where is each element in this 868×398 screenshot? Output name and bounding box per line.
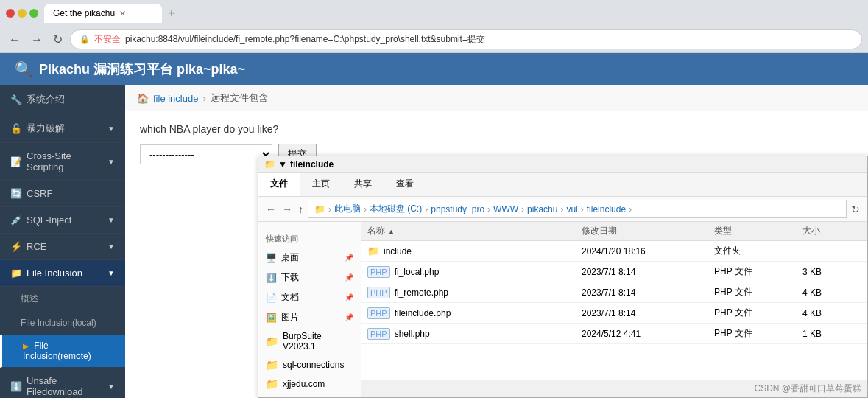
fe-sidebar-downloads[interactable]: ⬇️ 下载 📌 (258, 268, 361, 287)
new-tab-button[interactable]: + (165, 6, 179, 21)
active-arrow-icon: ▶ (23, 342, 29, 350)
table-row[interactable]: PHP shell.php 2024/5/12 4:41 PHP 文件 1 KB (361, 324, 867, 344)
fe-path-sep-1: › (364, 204, 367, 214)
tab-close-icon[interactable]: ✕ (119, 9, 126, 18)
maximize-window-icon[interactable] (29, 9, 38, 18)
fe-up-button[interactable]: ↑ (297, 202, 305, 217)
fe-path-phpstudy[interactable]: phpstudy_pro (431, 204, 484, 214)
folder-icon: 📁 (10, 268, 22, 279)
file-explorer: 📁 ▼ fileinclude 文件 主页 共享 查看 ← → (258, 156, 868, 398)
fe-sidebar-desktop[interactable]: 🖥️ 桌面 📌 (258, 248, 361, 268)
file-name-fi-remote: PHP fi_remote.php (367, 287, 582, 298)
address-text: pikachu:8848/vul/fileinclude/fi_remote.p… (125, 33, 485, 46)
table-row[interactable]: 📁 include 2024/1/20 18:16 文件夹 (361, 241, 867, 262)
sidebar-label-fi: File Inclusion (27, 268, 82, 279)
fe-back-button[interactable]: ← (264, 202, 278, 217)
table-row[interactable]: PHP fi_remote.php 2023/7/1 8:14 PHP 文件 4… (361, 282, 867, 303)
fe-address-bar: ← → ↑ 📁 › 此电脑 › 本地磁盘 (C:) › phpstudy_pro… (258, 197, 867, 222)
file-size-2: 4 KB (802, 287, 861, 298)
breadcrumb-link-fileinc[interactable]: file include (153, 93, 198, 104)
fe-sidebar-sql-connections[interactable]: 📁 sql-connections (258, 355, 361, 374)
address-bar[interactable]: 🔒 不安全 pikachu:8848/vul/fileinclude/fi_re… (70, 29, 862, 49)
table-row[interactable]: PHP fileinclude.php 2023/7/1 8:14 PHP 文件… (361, 303, 867, 324)
sidebar-item-unsafe-download[interactable]: ⬇️ Unsafe Filedownload ▼ (0, 368, 125, 398)
browser-chrome: Get the pikachu ✕ + ← → ↻ 🔒 不安全 pikachu:… (0, 0, 868, 53)
fe-path-fileinclude[interactable]: fileinclude (587, 204, 626, 214)
php-file-icon-2: PHP (367, 287, 390, 298)
reload-button[interactable]: ↻ (50, 31, 66, 48)
fe-path-sep-2: › (425, 204, 428, 214)
browser-tabs: Get the pikachu ✕ + (44, 4, 862, 23)
fe-path-local-disk[interactable]: 本地磁盘 (C:) (370, 203, 422, 215)
sidebar-item-file-inclusion[interactable]: 📁 File Inclusion ▼ (0, 260, 125, 287)
fe-tab-home[interactable]: 主页 (300, 173, 342, 196)
fe-title-arrow: ▼ (278, 159, 287, 170)
fe-path-sep-6: › (581, 204, 584, 214)
fe-path-pikachu[interactable]: pikachu (527, 204, 557, 214)
fe-tab-file[interactable]: 文件 (258, 173, 300, 196)
fe-refresh-button[interactable]: ↻ (850, 202, 861, 217)
app-header: 🔍 Pikachu 漏洞练习平台 pika~pika~ (0, 53, 868, 85)
php-file-icon-4: PHP (367, 328, 390, 340)
security-label: 不安全 (94, 33, 121, 46)
fe-sidebar-burpsuite[interactable]: 📁 BurpSuite V2023.1 (258, 327, 361, 355)
fe-path-vul[interactable]: vul (566, 204, 577, 214)
sidebar-subitem-overview[interactable]: 概述 (0, 287, 125, 312)
sidebar-item-sql[interactable]: 💉 SQL-Inject ▼ (0, 207, 125, 234)
sidebar-item-system-intro[interactable]: 🔧 系统介绍 (0, 85, 125, 114)
fe-sidebar-local-disk[interactable]: 💿 本地磁盘 (C:) (258, 394, 361, 397)
sidebar-subitem-overview-label: 概述 (21, 293, 38, 304)
fe-path-www[interactable]: WWW (493, 204, 518, 214)
fe-path-this-pc[interactable]: 此电脑 (334, 203, 361, 215)
fe-tab-share[interactable]: 共享 (342, 173, 384, 196)
close-window-icon[interactable] (6, 9, 15, 18)
file-name-fi-local: PHP fi_local.php (367, 266, 582, 278)
fe-title-icon: 📁 (264, 159, 275, 170)
active-tab[interactable]: Get the pikachu ✕ (44, 4, 162, 23)
folder-icon-sql: 📁 (266, 359, 278, 371)
sidebar-subitem-fi-local-label: File Inclusion(local) (21, 318, 96, 328)
pin-icon-doc: 📌 (345, 293, 353, 301)
player-select[interactable]: -------------- (140, 144, 272, 164)
app-body: 🔧 系统介绍 🔓 暴力破解 ▼ 📝 Cross-Site Scripting ▼ (0, 85, 868, 398)
file-size-4: 1 KB (802, 329, 861, 339)
forward-button[interactable]: → (28, 32, 46, 48)
fe-sidebar-documents[interactable]: 📄 文档 📌 (258, 287, 361, 307)
file-name-text-3: fileinclude.php (395, 308, 451, 318)
breadcrumb: 🏠 file include › 远程文件包含 (125, 85, 868, 111)
chevron-icon-sql: ▼ (107, 216, 115, 224)
back-button[interactable]: ← (6, 32, 24, 48)
sidebar-label-dl: Unsafe Filedownload (27, 375, 107, 397)
lock-icon: 🔓 (10, 123, 22, 134)
fe-tab-view[interactable]: 查看 (384, 173, 426, 196)
file-name-text-4: shell.php (395, 329, 430, 339)
download-icon: ⬇️ (10, 381, 22, 392)
sidebar: 🔧 系统介绍 🔓 暴力破解 ▼ 📝 Cross-Site Scripting ▼ (0, 85, 125, 398)
file-type-1: PHP 文件 (714, 265, 802, 278)
fe-sidebar-sql-label: sql-connections (283, 360, 344, 370)
fe-titlebar: 📁 ▼ fileinclude (258, 156, 867, 173)
file-type-4: PHP 文件 (714, 327, 802, 340)
fe-sidebar-xjjedu[interactable]: 📁 xjjedu.com (258, 374, 361, 394)
col-size: 大小 (802, 225, 861, 237)
fe-sidebar-pictures[interactable]: 🖼️ 图片 📌 (258, 307, 361, 327)
table-row[interactable]: PHP fi_local.php 2023/7/1 8:14 PHP 文件 3 … (361, 262, 867, 282)
sidebar-item-brute-force[interactable]: 🔓 暴力破解 ▼ (0, 114, 125, 143)
pin-icon-pic: 📌 (345, 313, 353, 321)
fe-forward-button[interactable]: → (280, 202, 294, 217)
sidebar-item-csrf[interactable]: 🔄 CSRF (0, 181, 125, 207)
fe-path-item-1[interactable]: 📁 (314, 204, 325, 214)
window-controls (6, 9, 38, 18)
sidebar-item-xss[interactable]: 📝 Cross-Site Scripting ▼ (0, 143, 125, 181)
sidebar-label-csrf: CSRF (27, 188, 52, 199)
sidebar-subitem-fi-remote[interactable]: ▶ File Inclusion(remote) (0, 335, 125, 368)
sidebar-subitem-fi-local[interactable]: File Inclusion(local) (0, 312, 125, 335)
pictures-icon: 🖼️ (266, 313, 277, 323)
fe-statusbar: CSDN @香甜可口草莓蛋糕 (361, 380, 867, 397)
sidebar-item-rce[interactable]: ⚡ RCE ▼ (0, 234, 125, 260)
fe-path-sep-3: › (487, 204, 490, 214)
fe-body: 快速访问 🖥️ 桌面 📌 ⬇️ 下载 📌 (258, 222, 867, 397)
content-area: which NBA player do you like? ----------… (125, 111, 868, 398)
sidebar-subitem-fi-remote-label: File Inclusion(remote) (23, 341, 91, 361)
minimize-window-icon[interactable] (18, 9, 27, 18)
